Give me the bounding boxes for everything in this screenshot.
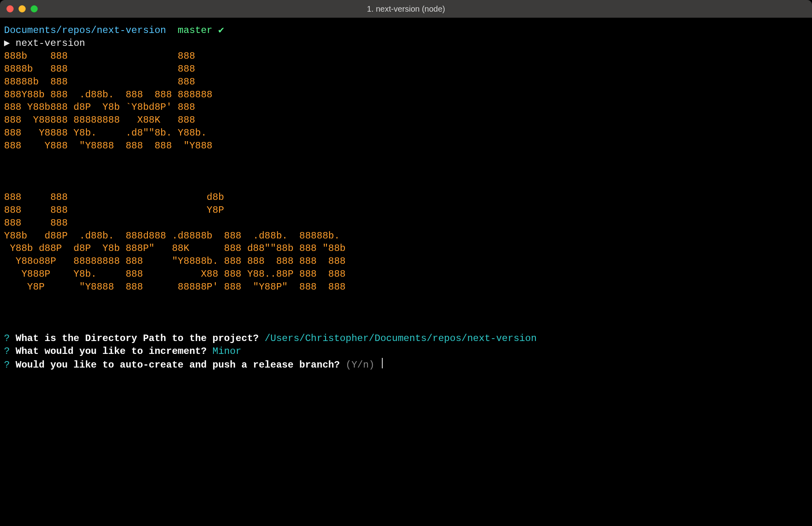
terminal-viewport[interactable]: Documents/repos/next-version master ✔ ▶ … bbox=[0, 18, 812, 526]
prompt-answer: Minor bbox=[213, 346, 242, 357]
ascii-version-line: Y8P "Y8888 888 88888P' 888 "Y88P" 888 88… bbox=[4, 281, 351, 292]
ascii-next-line: 888 Y88b888 d8P Y8b `Y8bd8P' 888 bbox=[4, 102, 218, 113]
terminal-window: 1. next-version (node) 21m Documents/rep… bbox=[0, 0, 812, 526]
prompt-mark-icon: ? bbox=[4, 360, 10, 370]
window-title: 1. next-version (node) bbox=[0, 4, 812, 14]
traffic-lights bbox=[0, 5, 38, 12]
ascii-version-line: Y88b d88P d8P Y8b 888P" 88K 888 d88""88b… bbox=[4, 243, 351, 254]
text-cursor[interactable] bbox=[382, 358, 383, 368]
prompt-mark-icon: ? bbox=[4, 333, 10, 344]
prompt-question: Would you like to auto-create and push a… bbox=[16, 360, 340, 370]
prompt-arrow-icon: ▶ bbox=[4, 38, 10, 49]
ascii-version-line: Y888P Y8b. 888 X88 888 Y88..88P 888 888 bbox=[4, 269, 351, 279]
ascii-next-line: 88888b 888 888 bbox=[4, 76, 218, 87]
minimize-icon[interactable] bbox=[18, 5, 26, 12]
prompt-question: What is the Directory Path to the projec… bbox=[16, 333, 259, 344]
ascii-next-line: 888Y88b 888 .d88b. 888 888 888888 bbox=[4, 89, 218, 100]
prompt-status-icon: ✔ bbox=[218, 25, 224, 36]
prompt-branch: master bbox=[178, 25, 212, 36]
ascii-next-line: 888 Y888 "Y8888 888 888 "Y888 bbox=[4, 140, 218, 151]
ascii-next-line: 8888b 888 888 bbox=[4, 64, 218, 74]
prompt-mark-icon: ? bbox=[4, 346, 10, 357]
titlebar: 1. next-version (node) bbox=[0, 0, 812, 18]
ascii-next-line: 888 Y88888 88888888 X88K 888 bbox=[4, 115, 218, 125]
prompt-question: What would you like to increment? bbox=[16, 346, 207, 357]
ascii-version-line: 888 888 Y8P bbox=[4, 205, 328, 216]
prompt-path: Documents/repos/next-version bbox=[4, 25, 166, 36]
ascii-version-line: Y88b d88P .d88b. 888d888 .d8888b 888 .d8… bbox=[4, 230, 351, 241]
ascii-next-line: 888b 888 888 bbox=[4, 51, 218, 62]
prompt-hint: (Y/n) bbox=[346, 360, 375, 370]
zoom-icon[interactable] bbox=[31, 5, 38, 12]
ascii-version-line: 888 888 bbox=[4, 218, 328, 228]
ascii-version-line: 888 888 d8b bbox=[4, 192, 328, 203]
ascii-version-line: Y88o88P 88888888 888 "Y8888b. 888 888 88… bbox=[4, 256, 351, 267]
prompt-answer: /Users/Christopher/Documents/repos/next-… bbox=[265, 333, 537, 344]
command-input: next-version bbox=[16, 38, 85, 49]
close-icon[interactable] bbox=[6, 5, 14, 12]
ascii-next-line: 888 Y8888 Y8b. .d8""8b. Y88b. bbox=[4, 127, 218, 138]
